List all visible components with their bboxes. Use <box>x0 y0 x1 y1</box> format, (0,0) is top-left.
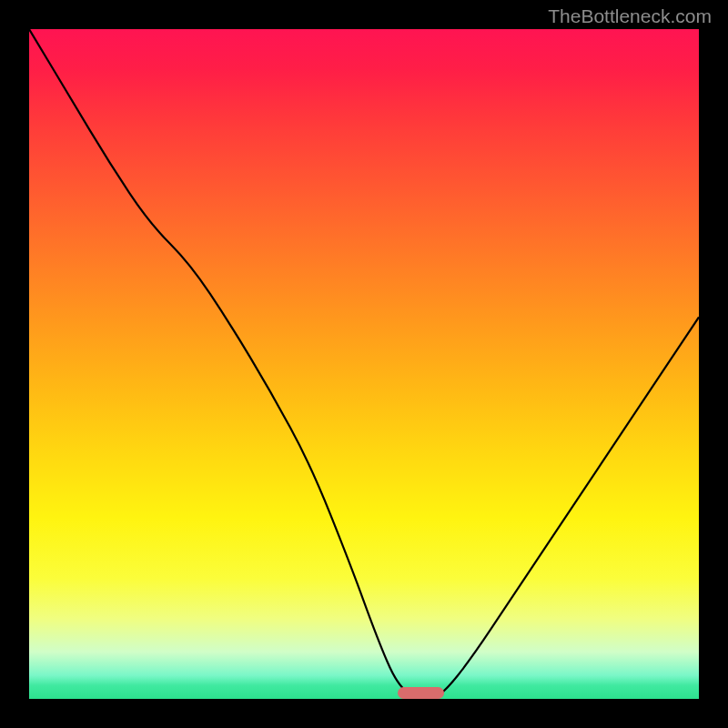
optimum-marker <box>398 687 445 699</box>
watermark-text: TheBottleneck.com <box>548 5 712 27</box>
chart-container: TheBottleneck.com <box>0 0 728 728</box>
plot-area <box>29 29 699 699</box>
bottleneck-curve <box>29 29 699 699</box>
